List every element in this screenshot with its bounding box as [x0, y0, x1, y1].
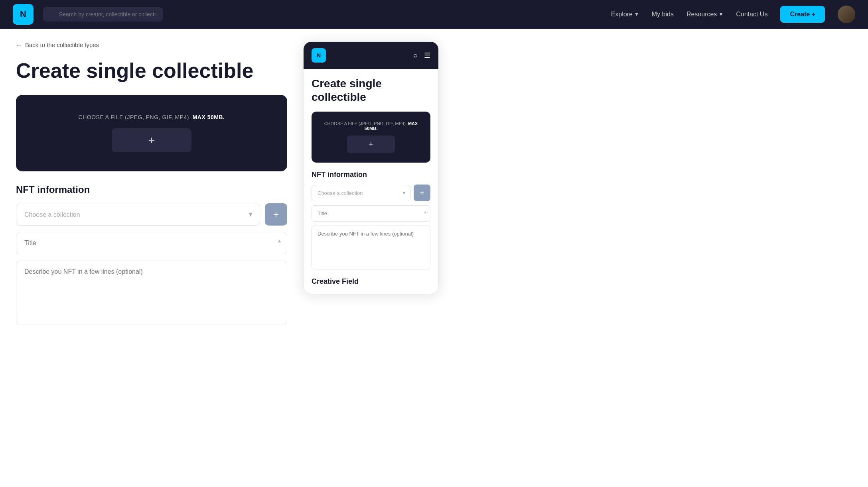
logo[interactable]: N: [13, 4, 34, 25]
add-collection-button[interactable]: +: [265, 203, 287, 226]
resources-chevron-icon: ▼: [718, 12, 723, 17]
file-upload-instruction: CHOOSE A FILE (JPEG, PNG, GIF, MP4). MAX…: [79, 114, 225, 120]
mobile-collection-select-wrapper: Choose a collection ▼: [312, 185, 410, 201]
mobile-nft-info-title: NFT information: [312, 171, 430, 179]
mobile-title-wrapper: *: [312, 205, 430, 222]
navbar: N ⌕ Explore ▼ My bids Resources ▼ Contac…: [0, 0, 868, 29]
resources-nav-link[interactable]: Resources ▼: [687, 11, 723, 18]
back-link[interactable]: ← Back to the collectible types: [16, 41, 287, 48]
avatar[interactable]: [838, 6, 855, 23]
upload-plus-button[interactable]: +: [112, 128, 191, 152]
left-panel: ← Back to the collectible types Create s…: [16, 41, 287, 326]
mobile-navbar: N ⌕ ☰: [304, 42, 438, 69]
search-input[interactable]: [43, 7, 163, 22]
back-arrow-icon: ←: [16, 41, 22, 48]
mobile-logo: N: [312, 48, 326, 63]
collection-row: Choose a collection ▼ +: [16, 203, 287, 226]
mobile-body: Create single collectible CHOOSE A FILE …: [304, 69, 438, 294]
contact-nav-link[interactable]: Contact Us: [736, 11, 767, 18]
mobile-preview: N ⌕ ☰ Create single collectible CHOOSE A…: [303, 41, 439, 294]
description-textarea[interactable]: [16, 261, 287, 324]
explore-nav-link[interactable]: Explore ▼: [611, 11, 639, 18]
mobile-add-collection-button[interactable]: +: [414, 185, 430, 201]
title-required-marker: *: [278, 239, 281, 247]
mobile-file-instruction: CHOOSE A FILE (JPEG, PNG, GIF, MP4). MAX…: [318, 121, 424, 131]
page-title: Create single collectible: [16, 59, 287, 82]
title-input[interactable]: [16, 232, 287, 254]
mobile-title-required-marker: *: [424, 210, 426, 217]
mobile-upload-button[interactable]: +: [347, 135, 395, 153]
title-input-wrapper: *: [16, 232, 287, 254]
mobile-description-textarea[interactable]: [312, 226, 430, 269]
explore-chevron-icon: ▼: [634, 12, 639, 17]
avatar-image: [838, 6, 855, 23]
my-bids-nav-link[interactable]: My bids: [652, 11, 674, 18]
right-panel: N ⌕ ☰ Create single collectible CHOOSE A…: [303, 41, 439, 326]
mobile-creative-field-title: Creative Field: [312, 277, 430, 286]
mobile-file-upload: CHOOSE A FILE (JPEG, PNG, GIF, MP4). MAX…: [312, 112, 430, 163]
mobile-nav-icons: ⌕ ☰: [413, 51, 430, 60]
mobile-collection-select[interactable]: Choose a collection: [312, 185, 410, 201]
collection-select[interactable]: Choose a collection: [16, 204, 260, 226]
mobile-title-input[interactable]: [312, 205, 430, 222]
create-button[interactable]: Create +: [780, 6, 825, 23]
search-wrapper: ⌕: [43, 7, 163, 22]
nav-links: Explore ▼ My bids Resources ▼ Contact Us…: [611, 6, 855, 23]
mobile-page-title: Create single collectible: [312, 77, 430, 104]
mobile-menu-icon[interactable]: ☰: [424, 51, 430, 60]
file-upload-area: CHOOSE A FILE (JPEG, PNG, GIF, MP4). MAX…: [16, 95, 287, 171]
mobile-search-icon[interactable]: ⌕: [413, 51, 418, 60]
nft-info-title: NFT information: [16, 184, 287, 195]
collection-select-wrapper: Choose a collection ▼: [16, 204, 260, 226]
mobile-collection-row: Choose a collection ▼ +: [312, 185, 430, 201]
main-content: ← Back to the collectible types Create s…: [0, 29, 868, 339]
